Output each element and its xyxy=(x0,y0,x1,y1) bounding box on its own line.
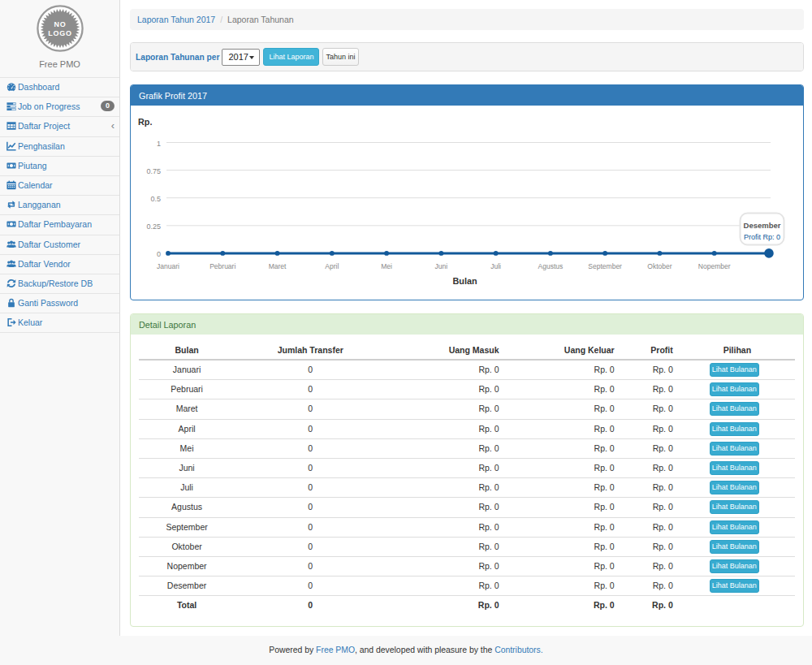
svg-text:Juni: Juni xyxy=(435,262,448,270)
svg-text:Rp.: Rp. xyxy=(138,117,152,127)
svg-text:Bulan: Bulan xyxy=(453,276,477,286)
svg-text:0: 0 xyxy=(157,250,161,258)
svg-text:September: September xyxy=(588,262,622,270)
svg-text:0.25: 0.25 xyxy=(146,222,161,231)
svg-text:Agustus: Agustus xyxy=(538,262,564,270)
svg-text:Nopember: Nopember xyxy=(698,262,731,270)
svg-text:April: April xyxy=(325,262,339,270)
svg-text:LOGO: LOGO xyxy=(48,29,72,37)
svg-text:0.75: 0.75 xyxy=(146,167,161,175)
svg-text:Juli: Juli xyxy=(490,262,501,270)
svg-text:Oktober: Oktober xyxy=(647,262,672,270)
svg-text:0.5: 0.5 xyxy=(150,195,161,203)
svg-text:Desember: Desember xyxy=(744,221,781,230)
svg-text:Januari: Januari xyxy=(157,262,179,270)
svg-text:Profit Rp: 0: Profit Rp: 0 xyxy=(744,233,780,241)
svg-text:Pebruari: Pebruari xyxy=(209,262,235,270)
svg-text:Maret: Maret xyxy=(269,262,287,270)
svg-text:Mei: Mei xyxy=(381,262,392,270)
svg-text:NO: NO xyxy=(54,20,66,28)
svg-text:1: 1 xyxy=(157,140,161,148)
